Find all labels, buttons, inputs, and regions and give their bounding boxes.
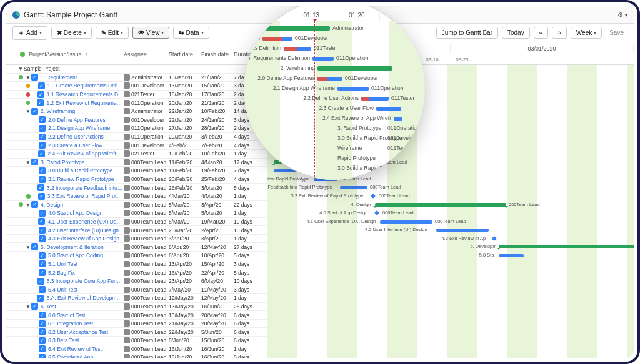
prev-button[interactable]: « [534,27,549,39]
table-row[interactable]: ▼✓2. WireframingAdministrator22/Jan/2010… [6,107,267,116]
task-link[interactable]: 2.2 Define User Actions [48,134,104,140]
col-start[interactable]: Start date [169,51,201,57]
task-link[interactable]: 5.1 Unit Test [48,261,78,267]
mag-gantt-bar[interactable] [338,87,369,91]
table-row[interactable]: ✓4.0 Start of App Design000Team Lead5/Ma… [6,209,267,218]
gantt-bar[interactable] [436,229,489,232]
table-row[interactable]: ▼✓1. RequirementAdministrator13/Jan/2021… [6,74,267,82]
phase-link[interactable]: 3. Rapid Prototype [41,159,84,165]
mag-gantt-bar[interactable] [312,57,334,61]
task-link[interactable]: 1.0 Create Requirements Definition [48,82,124,89]
table-row[interactable]: ✓3.3 Exit Review of Rapid Prototype000Te… [6,192,267,201]
gantt-bar[interactable] [492,236,497,241]
delete-button[interactable]: ✖Delete▾ [51,27,92,39]
table-row[interactable]: ✓2.2 Define User Actions011Operation29/J… [6,133,267,142]
table-row[interactable]: ▼✓4. Design000Team Lead5/Mar/203/Apr/202… [6,201,267,210]
gantt-bar[interactable] [380,220,432,224]
data-button[interactable]: ⇆Data▾ [173,27,209,39]
task-link[interactable]: 2.4 Exit Review of App Wireframe [48,150,124,157]
table-row[interactable]: ▼Sample Project [6,65,267,74]
table-row[interactable]: ✓1.1 Research Requirements Definiti…021T… [6,91,267,99]
tree-twisty-icon[interactable]: ▼ [25,244,31,250]
table-row[interactable]: ✓6.0 Start of Test000Team Lead13/May/202… [6,311,267,320]
task-link[interactable]: 6.2 User Acceptance Test [48,329,108,335]
gear-icon[interactable]: ⚙ ▾ [618,11,628,18]
table-row[interactable]: ✓1.2 Exit Review of Requirements De…011O… [6,99,267,107]
tree-twisty-icon[interactable]: ▼ [18,66,24,72]
task-link[interactable]: 3.0 Build a Rapid Prototype [48,167,112,174]
table-row[interactable]: ✓6.3 Beta Test000Team Lead8/Jun/2015/Jun… [6,337,267,345]
table-row[interactable]: ✓5.0 Start of App Coding000Team Lead6/Ap… [6,252,267,260]
task-link[interactable]: 2.0 Define App Features [48,117,106,123]
task-link[interactable]: 6.0 Start of Test [48,312,85,318]
table-row[interactable]: ✓3.2 Incorporate Feedback into Rapi…000T… [6,184,267,192]
table-row[interactable]: ✓4.1 User Experience (UX) Design000Team … [6,218,267,227]
table-row[interactable]: ✓2.0 Define App Features001Developer22/J… [6,116,267,125]
next-button[interactable]: » [552,27,567,39]
phase-link[interactable]: 4. Design [41,202,63,208]
tree-twisty-icon[interactable]: ▼ [25,303,31,310]
table-row[interactable]: ✓3.1 Review Rapid Prototype000Team Lead2… [6,175,267,184]
task-link[interactable]: 4.0 Start of App Design [48,210,102,216]
task-link[interactable]: 2.3 Create a User Flow [48,142,102,149]
task-link[interactable]: 5.A. Exit Review of Development & I… [46,295,124,301]
mag-gantt-bar[interactable] [318,77,342,81]
tree-twisty-icon[interactable]: ▼ [25,159,31,165]
timeline-week[interactable]: 03-16 [418,54,448,65]
phase-link[interactable]: 6. Test [41,303,56,310]
task-link[interactable]: 4.3 Exit Review of App Design [48,235,119,242]
table-row[interactable]: ✓5.A. Exit Review of Development & I…000… [6,294,267,303]
table-row[interactable]: ✓1.0 Create Requirements Definition001De… [6,82,267,91]
add-button[interactable]: ＋Add▾ [12,26,48,40]
task-link[interactable]: 5.2 Bug Fix [48,270,75,276]
save-button[interactable]: Save [606,29,628,36]
task-link[interactable]: 2.1 Design App Wireframe [48,125,110,131]
jump-to-bar-button[interactable]: Jump to Gantt Bar [436,27,498,39]
task-link[interactable]: 6.1 Integration Test [48,320,93,327]
mag-gantt-bar[interactable] [262,37,292,41]
phase-link[interactable]: 5. Development & Iteration [41,244,104,250]
col-finish[interactable]: Finish date [201,51,234,57]
tree-twisty-icon[interactable]: ▼ [25,108,31,114]
today-button[interactable]: Today [502,27,530,39]
task-link[interactable]: 1.2 Exit Review of Requirements De… [46,100,124,106]
gantt-bar[interactable] [340,186,368,189]
task-link[interactable]: 5.0 Start of App Coding [48,252,103,258]
edit-button[interactable]: ✎Edit▾ [96,27,129,39]
task-link[interactable]: 1.1 Research Requirements Definiti… [47,91,124,97]
table-row[interactable]: ✓5.1 Unit Test000Team Lead13/Apr/2015/Ap… [6,260,267,269]
task-link[interactable]: 3.3 Exit Review of Rapid Prototype [48,193,124,199]
task-link[interactable]: 5.4 Unit Test [48,287,78,293]
task-link[interactable]: 6.4 Exit Review of Test [48,346,102,352]
table-row[interactable]: ✓2.1 Design App Wireframe011Operation27/… [6,124,267,133]
task-link[interactable]: 4.1 User Experience (UX) Design [48,219,124,225]
task-link[interactable]: 6.3 Beta Test [48,337,79,343]
table-row[interactable]: ✓6.1 Integration Test000Team Lead21/May/… [6,320,267,328]
table-row[interactable]: ✓5.2 Bug Fix000Team Lead16/Apr/2022/Apr/… [6,268,267,277]
mag-gantt-bar[interactable] [361,97,389,101]
view-button[interactable]: 👁View▾ [132,27,170,39]
sort-asc-icon[interactable]: ↑ [86,51,89,57]
phase-link[interactable]: 2. Wireframing [41,108,75,114]
task-link[interactable]: 4.2 User Interface (UI) Design [48,227,119,234]
table-row[interactable]: ▼✓3. Rapid Prototype000Team Lead11/Feb/2… [6,159,267,167]
timeline-week[interactable]: 03-23 [448,54,478,65]
gantt-bar[interactable] [374,210,379,215]
gantt-bar[interactable] [375,203,506,207]
task-link[interactable]: 3.1 Review Rapid Prototype [48,176,114,182]
tree-twisty-icon[interactable]: ▼ [25,202,31,208]
table-row[interactable]: ✓2.3 Create a User Flow001Developer4/Feb… [6,141,267,150]
gantt-bar[interactable] [371,194,376,199]
task-link[interactable]: 6.5 Completed App [48,354,93,358]
col-issue[interactable]: Project/Version/Issue [29,51,82,57]
table-row[interactable]: ✓5.3 Incorporate Core App Functiona…000T… [6,277,267,286]
table-row[interactable]: ✓3.0 Build a Rapid Prototype000Team Lead… [6,167,267,175]
table-row[interactable]: ▼✓5. Development & Iteration000Team Lead… [6,243,267,252]
mag-gantt-bar[interactable] [376,107,401,111]
gantt-bar[interactable] [499,245,634,248]
table-row[interactable]: ▼✓6. Test000Team Lead13/May/2016/Jun/202… [6,303,267,312]
col-assignee[interactable]: Assignee [124,51,169,57]
timescale-button[interactable]: Week▾ [571,27,602,39]
table-row[interactable]: ✓6.5 Completed App000Team Lead16/Jun/201… [6,353,267,358]
mag-gantt-bar[interactable] [318,66,392,71]
